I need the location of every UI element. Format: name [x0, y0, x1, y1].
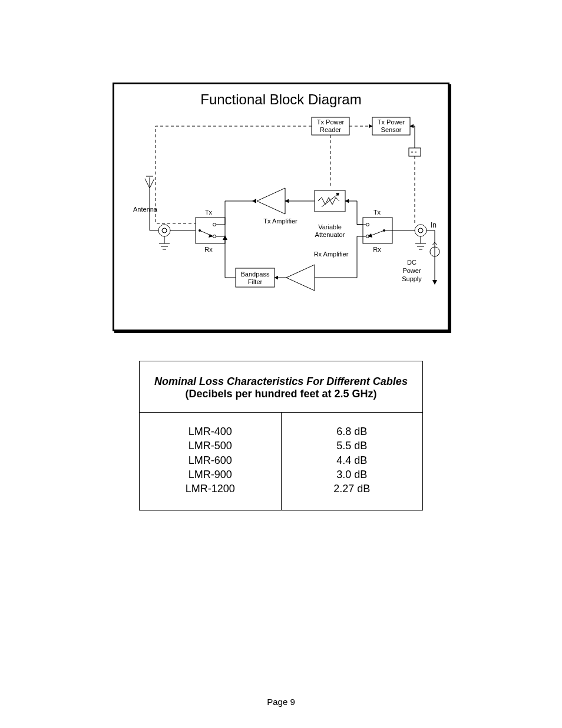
table-header: Nominal Loss Characteristics For Differe…	[140, 361, 422, 413]
tx-power-reader-box: Tx Power Reader	[312, 117, 349, 135]
bandpass-filter-box: Bandpass Filter	[236, 268, 275, 287]
tx-power-sensor-label-2: Sensor	[381, 126, 402, 133]
diagram-title: Functional Block Diagram	[120, 91, 442, 108]
table-cell: 6.8 dB	[287, 424, 417, 439]
document-page: Functional Block Diagram Tx Power Reader…	[0, 0, 562, 728]
table-cell: 5.5 dB	[287, 439, 417, 453]
left-switch-icon	[170, 218, 225, 243]
svg-rect-29	[315, 190, 345, 212]
svg-point-12	[162, 228, 167, 233]
right-rx-label: Rx	[373, 246, 381, 253]
block-diagram-figure: Functional Block Diagram Tx Power Reader…	[113, 83, 449, 331]
tx-amplifier-label: Tx Amplifier	[263, 218, 297, 225]
svg-point-23	[213, 235, 216, 238]
table-cell: 4.4 dB	[287, 453, 417, 467]
antenna-icon	[145, 176, 154, 198]
dc-label-1: DC	[407, 259, 416, 266]
table-cell: LMR-600	[146, 453, 275, 467]
left-tx-label: Tx	[205, 209, 213, 216]
in-label: In	[431, 221, 437, 229]
table-column-loss: 6.8 dB 5.5 dB 4.4 dB 3.0 dB 2.27 dB	[282, 413, 423, 510]
tx-power-sensor-label-1: Tx Power	[378, 118, 405, 126]
svg-marker-45	[286, 265, 315, 291]
left-rx-label: Rx	[204, 246, 213, 253]
right-tx-label: Tx	[373, 209, 381, 216]
table-body: LMR-400 LMR-500 LMR-600 LMR-900 LMR-1200…	[140, 413, 422, 510]
page-number: Page 9	[0, 697, 562, 707]
dc-power-supply-icon	[427, 230, 439, 285]
table-column-cable: LMR-400 LMR-500 LMR-600 LMR-900 LMR-1200	[140, 413, 282, 510]
table-cell: LMR-400	[146, 424, 275, 439]
tx-power-reader-label-1: Tx Power	[317, 118, 345, 126]
svg-point-22	[213, 223, 216, 226]
svg-point-40	[418, 228, 423, 233]
variable-attenuator-label-2: Attenuator	[315, 231, 345, 238]
loss-characteristics-table: Nominal Loss Characteristics For Differe…	[139, 361, 423, 510]
tx-power-reader-label-2: Reader	[320, 126, 341, 133]
tx-amplifier-icon	[257, 188, 285, 214]
rx-amplifier-label: Rx Amplifier	[314, 251, 349, 258]
bandpass-label-1: Bandpass	[241, 271, 270, 278]
right-switch-icon	[357, 218, 415, 243]
table-title-line2: (Decibels per hundred feet at 2.5 GHz)	[146, 388, 416, 400]
variable-attenuator-icon	[315, 190, 345, 212]
rx-amplifier-icon	[286, 265, 315, 291]
bandpass-label-2: Filter	[248, 278, 263, 285]
dc-label-3: Supply	[402, 275, 422, 282]
tx-power-sensor-box: Tx Power Sensor	[372, 117, 410, 135]
table-cell: 2.27 dB	[287, 482, 417, 496]
antenna-label: Antenna	[133, 206, 158, 213]
dc-label-2: Power	[402, 267, 421, 274]
block-diagram-svg: Tx Power Reader Tx Power Sensor	[120, 113, 442, 319]
variable-attenuator-label-1: Variable	[318, 223, 342, 230]
svg-marker-27	[257, 188, 285, 214]
svg-point-32	[366, 223, 369, 226]
table-cell: 3.0 dB	[287, 467, 417, 482]
table-cell: LMR-900	[146, 467, 275, 482]
in-port-icon	[415, 225, 427, 249]
table-title-line1: Nominal Loss Characteristics For Differe…	[146, 375, 416, 388]
table-cell: LMR-500	[146, 439, 275, 453]
table-cell: LMR-1200	[146, 482, 275, 496]
